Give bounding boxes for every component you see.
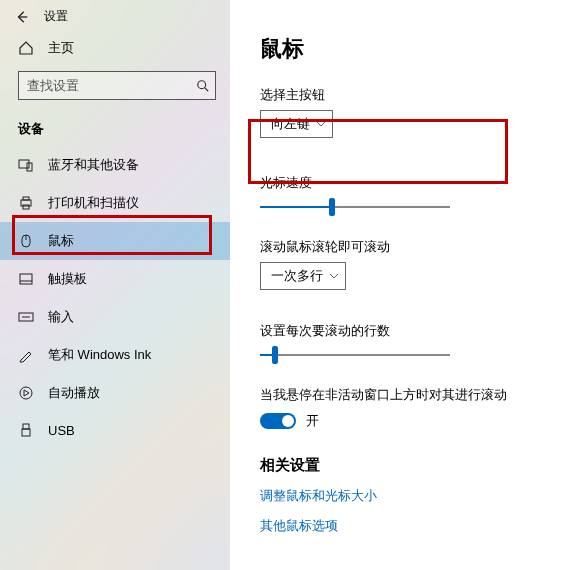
sidebar-item-mouse[interactable]: 鼠标: [0, 222, 230, 260]
sidebar-item-home[interactable]: 主页: [0, 29, 230, 67]
related-settings-header: 相关设置: [260, 456, 587, 475]
search-input[interactable]: [18, 71, 216, 100]
nav-label: 蓝牙和其他设备: [48, 156, 139, 174]
printer-icon: [18, 195, 34, 211]
svg-rect-8: [20, 274, 32, 284]
svg-rect-4: [23, 197, 29, 200]
mouse-icon: [18, 233, 34, 249]
sidebar: 设置 主页 设备 蓝牙和其他设备 打印机和扫描仪 鼠标: [0, 0, 230, 570]
dropdown-value: 向左键: [271, 115, 310, 133]
sidebar-item-printers[interactable]: 打印机和扫描仪: [0, 184, 230, 222]
svg-point-0: [198, 80, 206, 88]
nav-label: 鼠标: [48, 232, 74, 250]
sidebar-item-usb[interactable]: USB: [0, 412, 230, 448]
cursor-speed-slider[interactable]: [260, 198, 450, 216]
pen-icon: [18, 347, 34, 363]
sidebar-item-touchpad[interactable]: 触摸板: [0, 260, 230, 298]
sidebar-section-header: 设备: [0, 110, 230, 146]
main-pane: 鼠标 选择主按钮 向左键 光标速度 滚动鼠标滚轮即可滚动 一次多行 设置每次要滚…: [230, 0, 587, 570]
touchpad-icon: [18, 271, 34, 287]
home-label: 主页: [48, 39, 74, 57]
back-button[interactable]: [14, 9, 30, 25]
home-icon: [18, 40, 34, 56]
search-icon: [196, 79, 210, 93]
sidebar-item-typing[interactable]: 输入: [0, 298, 230, 336]
search-box: [18, 71, 216, 100]
back-arrow-icon: [15, 10, 29, 24]
usb-icon: [18, 422, 34, 438]
svg-rect-14: [22, 429, 30, 436]
sidebar-item-bluetooth[interactable]: 蓝牙和其他设备: [0, 146, 230, 184]
primary-button-dropdown[interactable]: 向左键: [260, 110, 333, 138]
svg-point-12: [20, 387, 32, 399]
primary-button-label: 选择主按钮: [260, 86, 587, 104]
link-adjust-mouse-cursor-size[interactable]: 调整鼠标和光标大小: [260, 487, 587, 505]
dropdown-value: 一次多行: [271, 267, 323, 285]
chevron-down-icon: [329, 271, 339, 281]
scroll-mode-label: 滚动鼠标滚轮即可滚动: [260, 238, 587, 256]
sidebar-item-pen[interactable]: 笔和 Windows Ink: [0, 336, 230, 374]
nav-label: 打印机和扫描仪: [48, 194, 139, 212]
chevron-down-icon: [316, 119, 326, 129]
inactive-scroll-label: 当我悬停在非活动窗口上方时对其进行滚动: [260, 386, 587, 404]
sidebar-item-autoplay[interactable]: 自动播放: [0, 374, 230, 412]
nav-label: 笔和 Windows Ink: [48, 346, 151, 364]
keyboard-icon: [18, 309, 34, 325]
page-title: 鼠标: [260, 34, 587, 64]
nav-label: USB: [48, 423, 75, 438]
app-title: 设置: [44, 8, 68, 25]
cursor-speed-label: 光标速度: [260, 174, 587, 192]
nav-label: 自动播放: [48, 384, 100, 402]
toggle-state-label: 开: [306, 412, 319, 430]
scroll-lines-slider[interactable]: [260, 346, 450, 364]
scroll-lines-label: 设置每次要滚动的行数: [260, 322, 587, 340]
inactive-scroll-toggle[interactable]: [260, 413, 296, 429]
svg-rect-13: [23, 424, 29, 429]
scroll-mode-dropdown[interactable]: 一次多行: [260, 262, 346, 290]
nav-label: 输入: [48, 308, 74, 326]
autoplay-icon: [18, 385, 34, 401]
nav-label: 触摸板: [48, 270, 87, 288]
link-other-mouse-options[interactable]: 其他鼠标选项: [260, 517, 587, 535]
devices-icon: [18, 157, 34, 173]
